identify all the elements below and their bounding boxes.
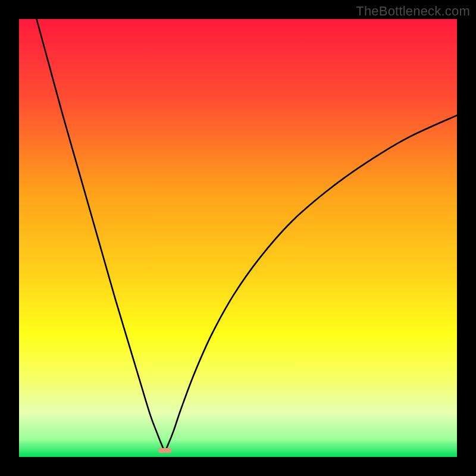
plot-area (19, 19, 457, 457)
chart-frame: TheBottleneck.com (0, 0, 476, 476)
minimum-marker (158, 448, 171, 453)
watermark-text: TheBottleneck.com (356, 4, 470, 19)
chart-svg (19, 19, 457, 457)
gradient-background (19, 19, 457, 457)
